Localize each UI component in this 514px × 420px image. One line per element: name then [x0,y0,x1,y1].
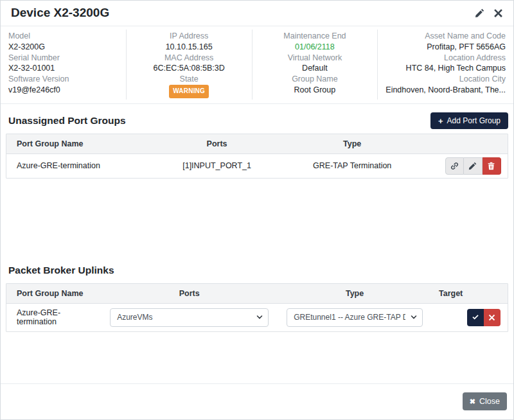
type-select-cell: GREtunnel1 -- Azure GRE-TAP Destination [277,308,432,327]
virtual-network-value: Default [260,63,370,74]
group-name-value: Root Group [260,85,370,96]
table-row: Azure-GRE-termination AzureVMs GREtunnel… [6,304,508,331]
info-label: Maintenance End [260,31,370,42]
info-label: Location City [386,74,506,85]
header-actions [475,8,503,18]
port-group-name-cell: Azure-GRE-termination [6,308,102,326]
x-icon [488,314,495,321]
ports-select[interactable]: AzureVMs [110,308,269,327]
ports-select-cell: AzureVMs [102,308,277,327]
page-title: Device X2-3200G [11,6,109,20]
location-address-value: HTC 84, High Tech Campus [386,63,506,74]
table-header-row: Port Group Name Ports Type Target [6,284,508,304]
edit-port-group-button[interactable] [464,157,483,175]
info-column-network: IP Address 10.10.15.165 MAC Address 6C:E… [126,30,252,100]
modal-footer: ✖ Close [1,383,513,419]
info-label: MAC Address [134,53,244,64]
uplinks-section-header: Packet Broker Uplinks [6,262,508,279]
plus-icon: + [438,117,443,125]
row-action-group [445,157,501,175]
asset-name-value: Profitap, PFT 5656AG [386,42,506,53]
table-header-row: Port Group Name Ports Type [6,134,508,154]
unassigned-section-header: Unassigned Port Groups + Add Port Group [6,112,508,130]
software-version-value: v19@fe246cf0 [8,85,118,96]
info-label: Software Version [8,74,118,85]
trash-icon [487,162,495,170]
column-header-type: Type [277,289,432,298]
check-icon [472,313,479,321]
column-header-port-group-name: Port Group Name [6,139,157,148]
close-button-label: Close [479,397,500,406]
location-city-value: Eindhoven, Noord-Brabant, The... [386,85,506,96]
table-row: Azure-GRE-termination [1]INPUT_PORT_1 GR… [6,154,508,178]
type-select-wrap: GREtunnel1 -- Azure GRE-TAP Destination [287,308,423,327]
info-column-membership: Maintenance End 01/06/2118 Virtual Netwo… [252,30,378,100]
ports-cell: [1]INPUT_PORT_1 [157,161,277,170]
uplinks-section-title: Packet Broker Uplinks [8,265,114,276]
edit-device-icon[interactable] [475,8,484,18]
info-label: Model [8,31,118,42]
uplink-actions-cell [432,309,508,326]
serial-number-value: X2-32-01001 [8,63,118,74]
port-group-name-cell: Azure-GRE-termination [6,161,157,170]
unassigned-port-groups-table: Port Group Name Ports Type Azure-GRE-ter… [6,134,508,179]
uplink-type-select[interactable]: GREtunnel1 -- Azure GRE-TAP Destination [287,308,423,327]
mac-address-value: 6C:EC:5A:08:5B:3D [134,63,244,74]
close-modal-icon[interactable] [493,8,503,18]
ports-select-wrap: AzureVMs [110,308,269,327]
status-badge: WARNING [169,85,209,98]
column-header-target: Target [432,289,508,298]
modal-header: Device X2-3200G [1,1,513,26]
row-actions-cell [427,157,508,175]
column-header-port-group-name: Port Group Name [6,289,102,298]
unassigned-section-title: Unassigned Port Groups [8,115,126,127]
column-header-type: Type [277,139,427,148]
info-label: Serial Number [8,53,118,64]
device-info-grid: Model X2-3200G Serial Number X2-32-01001… [1,26,513,104]
ip-address-value: 10.10.15.165 [134,42,244,53]
device-details-modal: Device X2-3200G Model X2-3200G Serial Nu… [0,0,514,420]
delete-port-group-button[interactable] [483,157,501,175]
confirm-uplink-button[interactable] [467,309,484,326]
add-port-group-button[interactable]: + Add Port Group [430,112,508,129]
add-port-group-label: Add Port Group [447,116,501,125]
packet-broker-uplinks-table: Port Group Name Ports Type Target Azure-… [6,283,508,332]
maintenance-end-value: 01/06/2118 [260,42,370,53]
column-header-ports: Ports [157,139,277,148]
info-label: State [134,74,244,85]
info-column-location: Asset Name and Code Profitap, PFT 5656AG… [377,30,513,100]
link-icon [450,162,459,170]
close-x-icon: ✖ [470,398,475,405]
info-column-identity: Model X2-3200G Serial Number X2-32-01001… [1,30,126,100]
cancel-uplink-button[interactable] [484,309,501,326]
close-button[interactable]: ✖ Close [463,392,507,410]
link-port-group-button[interactable] [445,157,464,175]
info-label: Location Address [386,53,506,64]
info-label: Group Name [260,74,370,85]
info-label: Virtual Network [260,53,370,64]
column-header-ports: Ports [102,289,277,298]
type-cell: GRE-TAP Termination [277,161,427,170]
state-value: WARNING [134,85,244,98]
edit-pencil-icon [468,162,477,170]
model-value: X2-3200G [8,42,118,53]
info-label: IP Address [134,31,244,42]
info-label: Asset Name and Code [386,31,506,42]
